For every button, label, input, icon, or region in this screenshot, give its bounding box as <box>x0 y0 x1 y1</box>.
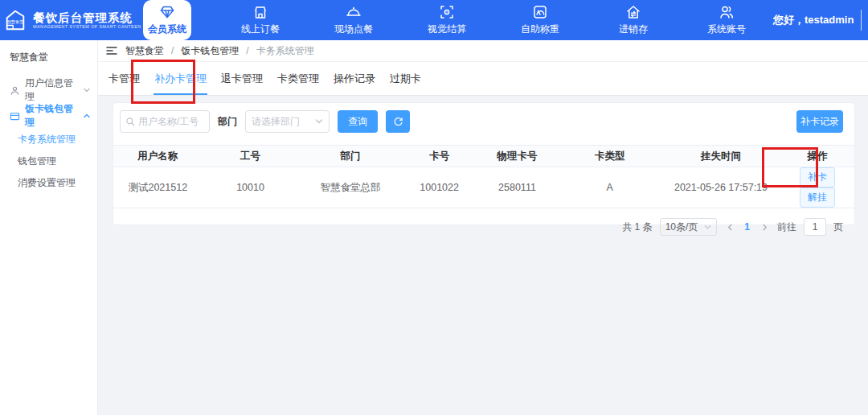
cell-physical-no: 2580111 <box>477 167 558 208</box>
page-size-select[interactable]: 10条/页 <box>660 218 718 236</box>
breadcrumb-item-wallet[interactable]: 饭卡钱包管理 <box>181 44 239 58</box>
user-card-icon <box>10 85 20 96</box>
user-greeting: 您好，testadmin <box>773 13 854 27</box>
pagination-total: 共 1 条 <box>622 220 652 234</box>
reissue-card-button[interactable]: 补卡 <box>800 167 835 187</box>
col-physical-no: 物理卡号 <box>477 146 558 167</box>
nav-item-self-weigh[interactable]: 自助称重 <box>493 0 587 40</box>
sidebar-item-label: 饭卡钱包管理 <box>25 102 78 130</box>
nav-item-inventory[interactable]: 进销存 <box>587 0 680 40</box>
filter-row: 部门 请选择部门 查询 补卡记录 <box>113 103 854 133</box>
unfreeze-card-button[interactable]: 解挂 <box>800 187 835 208</box>
storefront-icon <box>252 4 268 20</box>
sidebar-title: 智慧食堂 <box>0 40 97 64</box>
tab-label: 操作记录 <box>334 72 375 86</box>
tab-card-management[interactable]: 卡管理 <box>108 62 141 95</box>
table-header-row: 用户名称 工号 部门 卡号 物理卡号 卡类型 挂失时间 操作 <box>113 146 854 167</box>
cell-job-no: 10010 <box>203 167 299 208</box>
nav-label: 进销存 <box>619 23 648 36</box>
tab-label: 退卡管理 <box>221 72 263 86</box>
search-input-wrapper <box>120 110 210 133</box>
refresh-icon <box>393 117 403 127</box>
tab-expired-card[interactable]: 过期卡 <box>389 62 422 95</box>
nav-item-system-account[interactable]: 系统账号 <box>680 0 773 40</box>
logo-text: 智慧食堂 <box>7 19 24 25</box>
dept-select[interactable]: 请选择部门 <box>245 110 330 133</box>
page-unit-label: 页 <box>833 220 843 234</box>
nav-label: 视觉结算 <box>428 23 466 36</box>
current-page[interactable]: 1 <box>743 221 751 233</box>
dept-label: 部门 <box>218 115 237 129</box>
cell-user-name: 测试2021512 <box>113 167 203 208</box>
col-card-no: 卡号 <box>403 146 477 167</box>
cell-lost-time: 2021-05-26 17:57:19 <box>661 167 780 208</box>
prev-page-button[interactable] <box>724 220 735 234</box>
top-nav: 会员系统 线上订餐 现场点餐 <box>121 0 773 40</box>
breadcrumb-separator: / <box>171 45 174 56</box>
tab-reissue-card-management[interactable]: 补办卡管理 <box>154 62 207 95</box>
app-screen: 智慧食堂 餐饮后台管理系统 MANAGEMENT SYSTEM OF SMART… <box>0 0 868 420</box>
col-card-type: 卡类型 <box>558 146 661 167</box>
tab-label: 补办卡管理 <box>154 72 207 86</box>
nav-label: 自助称重 <box>521 23 559 36</box>
nav-item-member-system[interactable]: 会员系统 <box>121 0 214 40</box>
chevron-down-icon <box>83 86 91 94</box>
chevron-down-icon <box>704 224 711 231</box>
chevron-up-icon <box>83 112 91 120</box>
tab-label: 卡管理 <box>108 72 140 86</box>
tab-operation-log[interactable]: 操作记录 <box>333 62 376 95</box>
col-lost-time: 挂失时间 <box>661 146 780 167</box>
cell-card-type: A <box>558 167 661 208</box>
nav-label: 会员系统 <box>148 23 186 36</box>
tab-card-type-management[interactable]: 卡类管理 <box>276 62 320 95</box>
collapse-menu-icon[interactable] <box>105 44 118 57</box>
content-card: 部门 请选择部门 查询 补卡记录 用户名称 <box>113 102 855 225</box>
app-subtitle: MANAGEMENT SYSTEM OF SMART CANTEEN <box>33 24 141 29</box>
goto-page-input[interactable] <box>804 218 826 236</box>
next-page-button[interactable] <box>759 220 770 234</box>
sidebar-item-meal-card-wallet[interactable]: 饭卡钱包管理 <box>0 103 97 129</box>
wallet-card-icon <box>10 111 20 121</box>
warehouse-arrows-icon <box>625 4 641 20</box>
app-logo-icon: 智慧食堂 <box>3 8 27 32</box>
tab-label: 卡类管理 <box>277 72 319 86</box>
search-icon <box>125 117 135 126</box>
reissue-record-button[interactable]: 补卡记录 <box>796 110 843 133</box>
chevron-left-icon <box>727 224 734 231</box>
sidebar-subitem-label: 卡务系统管理 <box>18 133 76 146</box>
tab-return-card-management[interactable]: 退卡管理 <box>220 62 264 95</box>
nav-label: 线上订餐 <box>241 23 280 36</box>
goto-label: 前往 <box>777 220 796 234</box>
sidebar-subitem-wallet[interactable]: 钱包管理 <box>0 150 97 172</box>
breadcrumb-separator: / <box>246 45 248 56</box>
cell-dept: 智慧食堂总部 <box>298 167 402 208</box>
nav-item-onsite-order[interactable]: 现场点餐 <box>307 0 400 40</box>
query-button[interactable]: 查询 <box>338 110 378 133</box>
search-input[interactable] <box>138 116 204 127</box>
cell-actions: 补卡 解挂 <box>780 167 854 208</box>
chevron-down-icon <box>315 117 323 126</box>
page-size-value: 10条/页 <box>665 220 698 234</box>
dish-icon <box>346 4 362 20</box>
tab-label: 过期卡 <box>390 72 421 86</box>
breadcrumb-item-home[interactable]: 智慧食堂 <box>125 44 164 58</box>
col-dept: 部门 <box>298 146 402 167</box>
nav-item-vision-checkout[interactable]: 视觉结算 <box>400 0 493 40</box>
main-area: 智慧食堂 / 饭卡钱包管理 / 卡务系统管理 卡管理 补办卡管理 退卡管理 卡类… <box>98 40 868 420</box>
sidebar-subitem-label: 钱包管理 <box>18 154 56 168</box>
chevron-right-icon <box>761 224 768 231</box>
tabs-bar: 卡管理 补办卡管理 退卡管理 卡类管理 操作记录 过期卡 <box>98 62 868 96</box>
sidebar-item-user-info[interactable]: 用户信息管理 <box>0 77 97 103</box>
refresh-button[interactable] <box>386 110 410 133</box>
sidebar-subitem-consume-settings[interactable]: 消费设置管理 <box>0 172 97 194</box>
brand: 智慧食堂 餐饮后台管理系统 MANAGEMENT SYSTEM OF SMART… <box>0 0 121 40</box>
horizontal-scrollbar-track[interactable] <box>0 415 868 420</box>
nav-item-online-order[interactable]: 线上订餐 <box>214 0 307 40</box>
col-job-no: 工号 <box>203 146 299 167</box>
data-table: 用户名称 工号 部门 卡号 物理卡号 卡类型 挂失时间 操作 测试2021512… <box>113 145 854 208</box>
scale-gauge-icon <box>532 4 548 20</box>
nav-label: 现场点餐 <box>334 23 373 36</box>
dept-select-placeholder: 请选择部门 <box>252 115 300 129</box>
sidebar-subitem-card-system[interactable]: 卡务系统管理 <box>0 129 97 150</box>
users-icon <box>719 4 735 20</box>
